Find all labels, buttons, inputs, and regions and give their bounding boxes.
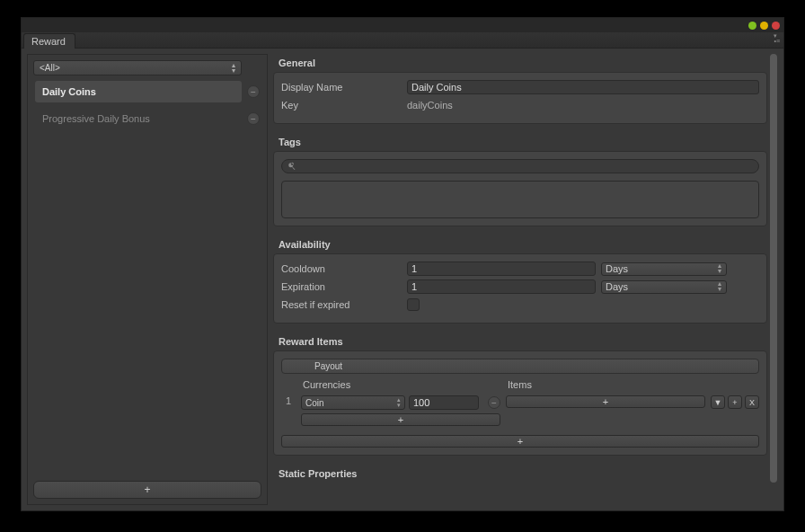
expiration-input[interactable]	[407, 279, 596, 294]
sidebar-item-daily-coins[interactable]: Daily Coins −	[33, 81, 261, 102]
tags-search-input[interactable]	[300, 161, 753, 172]
display-name-label: Display Name	[281, 82, 407, 93]
reward-editor-window: Reward ▾•≡ <All> ▴▾ Daily Coins − Progre…	[21, 17, 784, 511]
tab-reward[interactable]: Reward	[23, 33, 75, 49]
search-icon	[288, 162, 296, 171]
filter-dropdown[interactable]: <All> ▴▾	[33, 60, 242, 75]
cooldown-unit-label: Days	[606, 263, 628, 274]
tags-search[interactable]	[281, 159, 759, 173]
sidebar-item-label: Progressive Daily Bonus	[35, 108, 242, 129]
section-header-reward-items: Reward Items	[273, 332, 767, 350]
cooldown-input[interactable]	[407, 262, 596, 276]
move-down-button[interactable]: ▼	[711, 395, 725, 409]
tab-options-icon[interactable]: ▾•≡	[774, 33, 780, 44]
payout-row: 1 Currencies Coin ▴▾ −	[281, 377, 759, 426]
duplicate-button[interactable]: +	[728, 395, 742, 409]
delete-button[interactable]: X	[745, 395, 759, 409]
currencies-column: Currencies Coin ▴▾ − +	[301, 377, 500, 426]
section-header-tags: Tags	[273, 133, 767, 151]
remove-button[interactable]: −	[247, 85, 260, 98]
remove-button[interactable]: −	[247, 112, 260, 125]
payout-row-number: 1	[281, 377, 296, 406]
section-header-availability: Availability	[273, 235, 767, 253]
chevron-updown-icon: ▴▾	[397, 397, 401, 408]
titlebar	[22, 18, 783, 32]
cooldown-label: Cooldown	[281, 263, 407, 274]
reset-if-expired-checkbox[interactable]	[407, 298, 420, 311]
availability-panel: Cooldown Days ▴▾ Expiration Days ▴▾	[273, 253, 767, 324]
payout-header: Payout	[281, 359, 759, 374]
currency-amount-input[interactable]	[409, 395, 479, 410]
add-currency-button[interactable]: +	[301, 413, 500, 426]
scrollbar-thumb[interactable]	[770, 54, 777, 483]
remove-currency-button[interactable]: −	[488, 396, 500, 409]
reward-items-panel: Payout 1 Currencies Coin ▴▾	[273, 350, 767, 456]
currency-select[interactable]: Coin ▴▾	[301, 395, 405, 410]
payout-row-controls: ▼ + X	[711, 377, 759, 409]
add-payout-button[interactable]: +	[281, 435, 759, 448]
section-header-static-properties: Static Properties	[273, 465, 767, 483]
main-scrollbar[interactable]	[769, 54, 778, 505]
reset-if-expired-label: Reset if expired	[281, 299, 407, 310]
sidebar-item-label: Daily Coins	[35, 81, 242, 102]
add-item-button[interactable]: +	[506, 395, 705, 408]
add-reward-button[interactable]: +	[33, 481, 261, 499]
tab-bar: Reward ▾•≡	[22, 32, 783, 49]
expiration-unit-select[interactable]: Days ▴▾	[601, 280, 727, 294]
cooldown-unit-select[interactable]: Days ▴▾	[601, 262, 727, 276]
items-label: Items	[506, 377, 705, 395]
expiration-unit-label: Days	[606, 281, 628, 292]
chevron-updown-icon: ▴▾	[232, 63, 235, 74]
currency-select-label: Coin	[305, 398, 324, 408]
filter-dropdown-label: <All>	[40, 63, 60, 73]
main-panel: General Display Name Key dailyCoins Tags	[273, 54, 778, 505]
window-maximize-dot[interactable]	[760, 22, 768, 30]
chevron-updown-icon: ▴▾	[718, 281, 721, 292]
key-label: Key	[281, 100, 407, 111]
window-close-dot[interactable]	[772, 22, 780, 30]
expiration-label: Expiration	[281, 281, 407, 292]
tags-area[interactable]	[281, 181, 759, 218]
display-name-input[interactable]	[407, 80, 759, 94]
sidebar: <All> ▴▾ Daily Coins − Progressive Daily…	[27, 54, 268, 505]
key-value: dailyCoins	[407, 100, 453, 111]
window-minimize-dot[interactable]	[748, 22, 756, 30]
general-panel: Display Name Key dailyCoins	[273, 72, 767, 124]
sidebar-item-progressive-daily-bonus[interactable]: Progressive Daily Bonus −	[33, 108, 261, 129]
currencies-label: Currencies	[301, 377, 500, 395]
section-header-general: General	[273, 54, 767, 72]
chevron-updown-icon: ▴▾	[718, 263, 721, 274]
items-column: Items +	[506, 377, 705, 408]
tags-panel	[273, 151, 767, 226]
